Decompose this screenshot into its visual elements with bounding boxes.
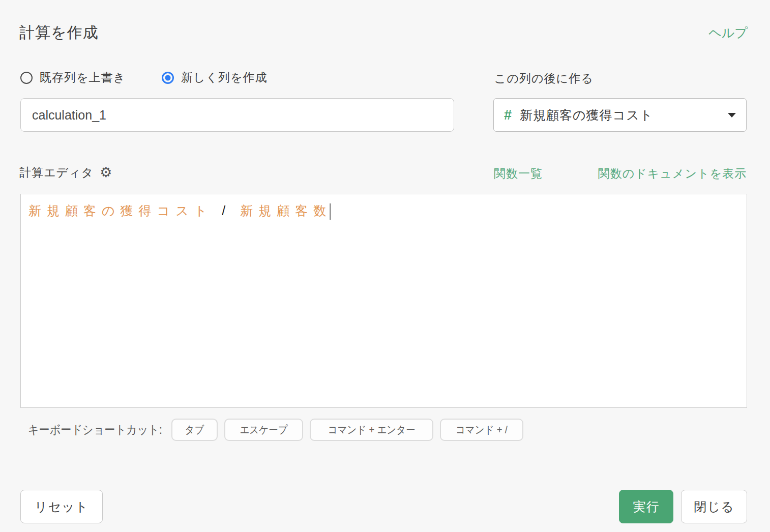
reset-button[interactable]: リセット — [20, 490, 103, 523]
keyboard-shortcuts-row: キーボードショートカット: タブ エスケープ コマンド + エンター コマンド … — [28, 417, 523, 442]
key-badge-command-enter: コマンド + エンター — [310, 419, 433, 441]
column-name-input[interactable] — [20, 98, 454, 132]
radio-overwrite-existing-column[interactable]: 既存列を上書き — [20, 70, 126, 85]
page-title: 計算を作成 — [19, 22, 99, 43]
run-button[interactable]: 実行 — [619, 490, 673, 523]
radio-unselected-icon — [20, 72, 33, 84]
create-after-column-label: この列の後に作る — [494, 71, 594, 86]
formula-line: 新規顧客の獲得コスト / 新規顧客数 — [21, 194, 747, 228]
column-after-select[interactable]: # 新規顧客の獲得コスト — [493, 98, 747, 132]
function-docs-link[interactable]: 関数のドキュメントを表示 — [598, 166, 747, 182]
formula-right-column-token: 新規顧客数 — [240, 203, 332, 218]
text-cursor — [330, 203, 331, 220]
key-badge-escape: エスケープ — [224, 419, 303, 441]
column-after-selected-value: 新規顧客の獲得コスト — [520, 107, 728, 124]
create-calculation-dialog: { "colors": { "accent_green": "#4AA573",… — [0, 0, 770, 532]
gear-icon[interactable]: ⚙ — [100, 166, 112, 180]
editor-header: 計算エディタ ⚙ — [19, 165, 112, 181]
chevron-down-icon — [728, 113, 736, 117]
radio-create-new-column[interactable]: 新しく列を作成 — [162, 70, 268, 85]
key-badge-command-slash: コマンド + / — [440, 419, 523, 441]
formula-left-column-token: 新規顧客の獲得コスト — [28, 203, 213, 218]
close-button[interactable]: 閉じる — [681, 490, 747, 523]
formula-editor[interactable]: 新規顧客の獲得コスト / 新規顧客数 — [20, 194, 747, 408]
editor-label: 計算エディタ — [19, 165, 94, 181]
shortcut-keys: タブ エスケープ コマンド + エンター コマンド + / — [171, 419, 523, 441]
radio-selected-icon — [162, 72, 174, 84]
numeric-column-icon: # — [504, 107, 512, 123]
function-list-link[interactable]: 関数一覧 — [494, 166, 543, 182]
radio-overwrite-label: 既存列を上書き — [40, 70, 126, 85]
radio-create-label: 新しく列を作成 — [181, 70, 268, 85]
help-link[interactable]: ヘルプ — [708, 24, 748, 41]
formula-operator-token: / — [222, 203, 231, 218]
key-badge-tab: タブ — [171, 419, 218, 441]
keyboard-shortcuts-label: キーボードショートカット: — [28, 422, 162, 438]
